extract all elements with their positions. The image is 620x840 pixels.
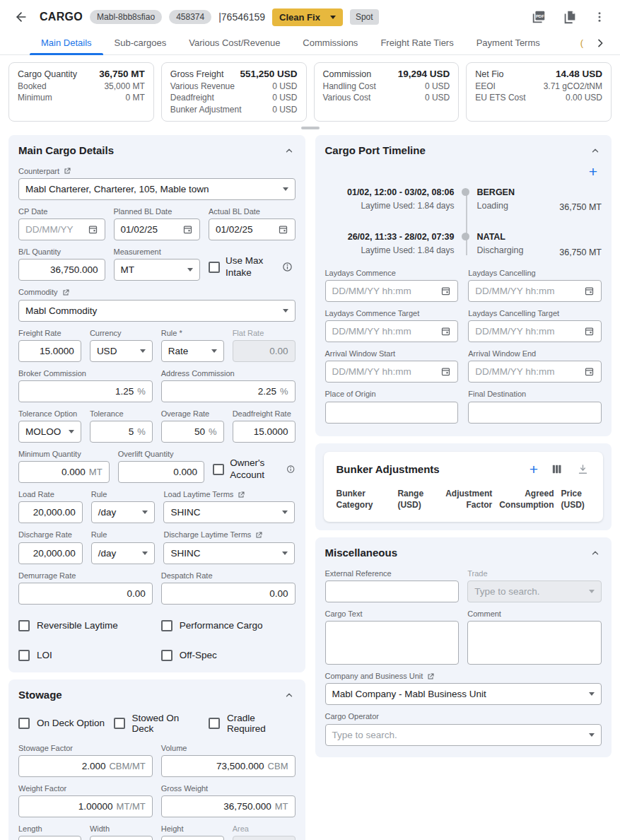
laydays-cancelling-input[interactable]: DD/MM/YY hh:mm [468, 280, 602, 302]
tabs-scroll-right-button[interactable] [593, 36, 607, 50]
resize-handle[interactable] [301, 127, 320, 129]
calendar-icon[interactable] [584, 326, 595, 337]
column-header[interactable]: Agreed Consumption [499, 488, 554, 511]
reversible-laytime-option[interactable]: Reversible Laytime [18, 620, 153, 631]
place-of-origin-input[interactable] [325, 402, 459, 424]
minimum-quantity-input[interactable]: 0.000MT [18, 461, 110, 483]
performance-cargo-checkbox[interactable] [161, 620, 172, 631]
calendar-icon[interactable] [88, 224, 98, 235]
column-header[interactable]: Price (USD) [561, 488, 590, 511]
open-in-new-icon[interactable] [255, 531, 263, 539]
bunker-download-button[interactable] [575, 462, 590, 477]
address-commission-input[interactable]: 2.25% [161, 380, 296, 402]
calendar-icon[interactable] [584, 366, 595, 377]
arrival-window-start-input[interactable]: DD/MM/YY hh:mm [325, 361, 459, 383]
timeline-entry-loading[interactable]: 01/02, 12:00 - 03/02, 08:06 Laytime Used… [325, 186, 602, 213]
timeline-entry-discharging[interactable]: 26/02, 11:33 - 28/02, 07:39 Laytime Used… [325, 231, 602, 257]
export-pdf-button[interactable]: PDF [530, 8, 548, 26]
column-header[interactable]: Range (USD) [397, 488, 438, 511]
collapse-stowage-button[interactable] [283, 689, 296, 701]
tolerance-option-select[interactable]: MOLOO [18, 421, 81, 443]
tab-payment-terms[interactable]: Payment Terms [465, 31, 551, 54]
rule-select[interactable]: Rate [161, 340, 224, 362]
final-destination-input[interactable] [468, 402, 602, 424]
calendar-icon[interactable] [182, 224, 193, 235]
on-deck-checkbox[interactable] [18, 718, 30, 729]
tab-main-details[interactable]: Main Details [30, 31, 103, 54]
despatch-rate-input[interactable]: 0.00 [161, 583, 296, 605]
freight-rate-input[interactable]: 15.0000 [18, 340, 81, 362]
planned-bl-date-input[interactable]: 01/02/25 [114, 218, 201, 240]
arrival-window-end-input[interactable]: DD/MM/YY hh:mm [468, 361, 602, 383]
stowage-factor-input[interactable]: 2.000CBM/MT [18, 755, 153, 777]
tab-freight-rate-tiers[interactable]: Freight Rate Tiers [369, 31, 464, 54]
discharge-rule-select[interactable]: /day [91, 542, 156, 564]
info-icon[interactable] [286, 464, 295, 474]
gross-weight-input[interactable]: 36,750.000MT [161, 795, 296, 817]
length-input[interactable]: 0.00 [18, 836, 81, 840]
loi-checkbox[interactable] [18, 650, 30, 661]
open-in-new-icon[interactable] [63, 167, 71, 175]
deadfreight-rate-input[interactable]: 15.0000 [233, 421, 296, 443]
stowed-on-deck-option[interactable]: Stowed On Deck [114, 713, 201, 734]
owners-account-checkbox[interactable] [213, 464, 224, 475]
on-deck-option[interactable]: On Deck Option [18, 713, 105, 734]
copy-button[interactable] [561, 8, 579, 26]
collapse-main-details-button[interactable] [283, 144, 296, 157]
calendar-icon[interactable] [584, 286, 595, 296]
broker-commission-input[interactable]: 1.25% [18, 380, 153, 402]
load-rule-select[interactable]: /day [91, 501, 156, 523]
cradle-required-option[interactable]: Cradle Required [209, 713, 296, 734]
calendar-icon[interactable] [440, 326, 451, 337]
add-port-button[interactable]: + [589, 164, 597, 179]
commodity-select[interactable]: Mabl Commodity [18, 300, 296, 322]
cargo-operator-select[interactable]: Type to search. [325, 724, 602, 746]
height-input[interactable]: 0.00 [161, 836, 224, 840]
discharge-rate-input[interactable]: 20,000.00 [18, 542, 83, 564]
back-button[interactable] [13, 8, 30, 25]
load-rate-input[interactable]: 20,000.00 [18, 501, 83, 523]
overlift-quantity-input[interactable]: 0.000 [118, 461, 205, 483]
bunker-columns-button[interactable] [549, 462, 564, 477]
open-in-new-icon[interactable] [237, 491, 245, 499]
calendar-icon[interactable] [440, 366, 451, 377]
volume-input[interactable]: 73,500.000CBM [161, 755, 296, 777]
loi-option[interactable]: LOI [18, 650, 153, 661]
laydays-commence-target-input[interactable]: DD/MM/YY hh:mm [325, 320, 459, 342]
laydays-cancelling-target-input[interactable]: DD/MM/YY hh:mm [468, 320, 602, 342]
cargo-text-input[interactable] [325, 621, 460, 665]
calendar-icon[interactable] [278, 224, 288, 235]
stowed-on-deck-checkbox[interactable] [114, 718, 125, 729]
off-spec-checkbox[interactable] [161, 650, 172, 661]
actual-bl-date-input[interactable]: 01/02/25 [209, 218, 296, 240]
collapse-miscellaneous-button[interactable] [589, 547, 602, 559]
reversible-laytime-checkbox[interactable] [18, 620, 30, 631]
performance-cargo-option[interactable]: Performance Cargo [161, 620, 296, 631]
column-header[interactable]: Adjustment Factor [445, 488, 492, 511]
column-header[interactable]: Bunker Category [337, 488, 391, 511]
cradle-required-checkbox[interactable] [209, 718, 220, 729]
weight-factor-input[interactable]: 1.00000MT/MT [18, 795, 153, 817]
measurement-select[interactable]: MT [114, 259, 201, 281]
tab-commissions[interactable]: Commissions [291, 31, 369, 54]
comment-input[interactable] [467, 621, 602, 665]
width-input[interactable]: 0.00 [90, 836, 153, 840]
clean-fix-button[interactable]: Clean Fix [272, 8, 343, 26]
laydays-commence-input[interactable]: DD/MM/YY hh:mm [325, 280, 459, 302]
more-menu-button[interactable] [592, 8, 607, 25]
overage-rate-input[interactable]: 50% [161, 421, 224, 443]
tab-various-cost-revenue[interactable]: Various Cost/Revenue [177, 31, 291, 54]
tolerance-input[interactable]: 5% [90, 421, 153, 443]
counterpart-select[interactable]: Mabl Charterer, Charterer, 105, Mable to… [18, 178, 296, 200]
cp-date-input[interactable]: DD/MM/YY [18, 218, 105, 240]
company-business-unit-select[interactable]: Mabl Company - Mabl Business Unit [325, 683, 602, 705]
load-laytime-terms-select[interactable]: SHINC [163, 501, 295, 523]
external-reference-input[interactable] [325, 581, 460, 602]
use-max-intake-checkbox[interactable] [209, 262, 220, 273]
discharge-laytime-terms-select[interactable]: SHINC [163, 542, 295, 564]
add-bunker-adjustment-button[interactable]: + [530, 462, 538, 477]
collapse-timeline-button[interactable] [589, 144, 602, 157]
calendar-icon[interactable] [440, 286, 451, 296]
bl-quantity-input[interactable]: 36,750.000 [18, 259, 105, 281]
demurrage-rate-input[interactable]: 0.00 [18, 583, 153, 605]
